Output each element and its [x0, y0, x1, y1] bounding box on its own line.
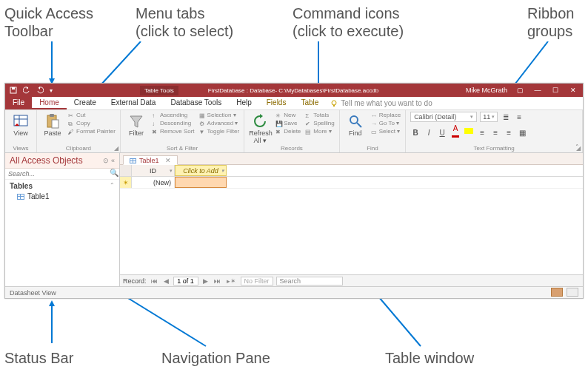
- refresh-all-button[interactable]: Refresh All ▾: [249, 112, 271, 144]
- app-window: ▾ Table Tools FirstDatabase : Database- …: [4, 83, 584, 299]
- tab-database-tools[interactable]: Database Tools: [163, 97, 229, 109]
- tab-file[interactable]: File: [5, 97, 32, 109]
- advanced-button[interactable]: ⚙Advanced ▾: [199, 120, 240, 127]
- maximize-button[interactable]: ☐: [550, 87, 561, 94]
- delete-button[interactable]: ✖Delete: [275, 128, 301, 135]
- view-button[interactable]: View: [10, 112, 32, 137]
- ascending-button[interactable]: ↑Ascending: [152, 112, 195, 119]
- italic-button[interactable]: I: [424, 129, 434, 137]
- tab-external-data[interactable]: External Data: [104, 97, 164, 109]
- next-record-button[interactable]: ▶: [201, 277, 210, 285]
- nav-section-tables[interactable]: Tables ⌃: [5, 180, 119, 191]
- table-icon: [130, 158, 136, 163]
- find-button[interactable]: Find: [344, 112, 367, 137]
- sort-asc-icon: ↑: [152, 112, 158, 119]
- sort-desc-icon: ↓: [152, 121, 158, 127]
- user-name[interactable]: Mike McGrath: [466, 87, 507, 94]
- minimize-button[interactable]: —: [532, 87, 543, 94]
- tab-fields[interactable]: Fields: [259, 97, 294, 109]
- selection-button[interactable]: ▦Selection ▾: [199, 112, 240, 119]
- underline-button[interactable]: U: [437, 129, 447, 137]
- format-painter-button[interactable]: 🖌Format Painter: [68, 128, 116, 135]
- select-button[interactable]: ▭Select ▾: [371, 128, 401, 135]
- copy-icon: ⧉: [68, 121, 75, 127]
- save-icon[interactable]: [10, 87, 17, 94]
- copy-button[interactable]: ⧉Copy: [68, 120, 116, 127]
- record-search-input[interactable]: Search: [276, 277, 343, 286]
- new-button[interactable]: ✳New: [275, 112, 301, 119]
- group-find-label: Find: [344, 144, 401, 152]
- bullets-icon[interactable]: ≣: [501, 113, 511, 121]
- group-sort-filter: Filter ↑Ascending ↓Descending ✖Remove So…: [121, 110, 244, 152]
- format-painter-icon: 🖌: [68, 129, 75, 135]
- filter-button[interactable]: Filter: [125, 112, 147, 137]
- align-right-icon[interactable]: ≡: [504, 129, 514, 137]
- replace-button[interactable]: ↔Replace: [371, 112, 401, 119]
- redo-icon[interactable]: [36, 87, 44, 94]
- nav-search-input[interactable]: [5, 169, 109, 179]
- dropdown-icon[interactable]: ▾: [221, 168, 224, 174]
- record-position-input[interactable]: [173, 277, 198, 286]
- first-record-button[interactable]: ⏮: [150, 277, 159, 285]
- no-filter-label[interactable]: No Filter: [241, 277, 273, 286]
- dropdown-icon[interactable]: ▾: [170, 168, 173, 174]
- totals-icon: Σ: [305, 112, 312, 119]
- tab-create[interactable]: Create: [67, 97, 104, 109]
- cell-id-new[interactable]: (New): [132, 177, 175, 188]
- datasheet-view-button[interactable]: [551, 288, 563, 297]
- collapse-ribbon-icon[interactable]: ˄: [575, 143, 579, 151]
- column-click-to-add[interactable]: Click to Add▾: [175, 165, 227, 176]
- group-views-label: Views: [10, 144, 32, 152]
- numbering-icon[interactable]: ≡: [514, 113, 524, 121]
- ribbon-display-icon[interactable]: ▢: [515, 87, 525, 94]
- new-record-button[interactable]: ▸✶: [225, 277, 238, 285]
- gridlines-icon[interactable]: ▦: [517, 129, 527, 137]
- cut-button[interactable]: ✂Cut: [68, 112, 116, 119]
- nav-search: 🔍: [5, 169, 119, 180]
- design-view-button[interactable]: [567, 288, 578, 297]
- search-icon[interactable]: 🔍: [109, 169, 119, 179]
- tab-home[interactable]: Home: [32, 97, 67, 109]
- close-button[interactable]: ✕: [568, 87, 578, 94]
- bold-button[interactable]: B: [410, 129, 421, 137]
- nav-pane-header[interactable]: All Access Objects ⊙ «: [5, 153, 119, 169]
- new-icon: ✳: [275, 112, 282, 119]
- save-record-button[interactable]: 💾Save: [275, 120, 301, 127]
- font-color-button[interactable]: A: [450, 124, 461, 141]
- paste-button[interactable]: Paste: [41, 112, 64, 137]
- prev-record-button[interactable]: ◀: [162, 277, 170, 285]
- tab-table[interactable]: Table: [293, 97, 326, 109]
- group-records-label: Records: [249, 144, 335, 152]
- font-name-combo[interactable]: Calibri (Detail)▾: [410, 112, 477, 122]
- spelling-button[interactable]: ✔Spelling: [305, 120, 334, 127]
- select-all-cell[interactable]: [120, 165, 132, 176]
- descending-button[interactable]: ↓Descending: [152, 120, 195, 127]
- document-tab-row: Table1 ✕: [120, 153, 583, 165]
- align-left-icon[interactable]: ≡: [477, 129, 487, 137]
- datasheet-body[interactable]: [120, 189, 583, 274]
- toggle-filter-button[interactable]: ▼Toggle Filter: [199, 128, 240, 135]
- last-record-button[interactable]: ⏭: [213, 277, 222, 285]
- align-center-icon[interactable]: ≡: [490, 129, 501, 137]
- undo-icon[interactable]: [23, 87, 30, 94]
- cell-add-new[interactable]: [175, 177, 227, 188]
- document-tab-table1[interactable]: Table1 ✕: [123, 155, 178, 165]
- tab-help[interactable]: Help: [229, 97, 259, 109]
- nav-item-table1[interactable]: Table1: [5, 191, 119, 202]
- font-size-combo[interactable]: 11▾: [480, 112, 498, 122]
- nav-pane-menu-icon[interactable]: ⊙ «: [103, 157, 115, 164]
- qat-customize-icon[interactable]: ▾: [50, 87, 53, 94]
- new-record-row[interactable]: ✶ (New): [120, 177, 583, 189]
- nav-pane-title: All Access Objects: [10, 155, 83, 166]
- tell-me-search[interactable]: Tell me what you want to do: [330, 97, 432, 109]
- column-id[interactable]: ID▾: [132, 165, 175, 176]
- clipboard-dialog-launcher[interactable]: ◢: [114, 145, 118, 152]
- table-icon: [17, 194, 24, 200]
- totals-button[interactable]: ΣTotals: [305, 112, 334, 119]
- highlight-button[interactable]: [464, 128, 474, 137]
- more-button[interactable]: ▤More ▾: [305, 128, 334, 135]
- group-sort-filter-label: Sort & Filter: [125, 144, 239, 152]
- tab-close-icon[interactable]: ✕: [165, 157, 171, 164]
- remove-sort-button[interactable]: ✖Remove Sort: [152, 128, 195, 135]
- goto-button[interactable]: →Go To ▾: [371, 120, 401, 127]
